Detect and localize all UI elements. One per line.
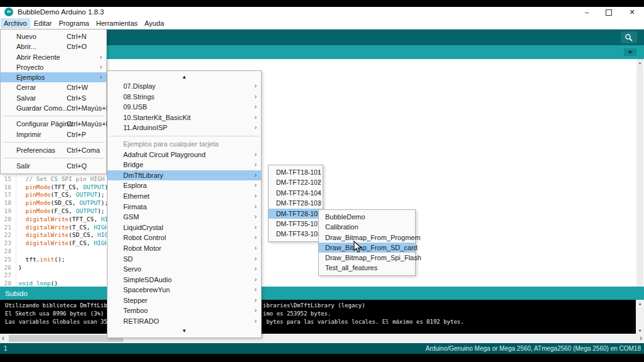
- menu-separator: [3, 142, 104, 143]
- menu-item-firmata[interactable]: Firmata›: [108, 202, 261, 212]
- scroll-right-arrow-icon[interactable]: ›: [640, 334, 642, 343]
- menubar-item-herramientas[interactable]: Herramientas: [93, 18, 141, 28]
- menu-item-gsm[interactable]: GSM›: [108, 212, 261, 222]
- code-token: );: [97, 191, 104, 198]
- menu-item-guardar-como[interactable]: Guardar Como...Ctrl+Mayús+S: [1, 103, 106, 113]
- menu-item-sd[interactable]: SD›: [108, 254, 261, 265]
- menu-item-shortcut: Ctrl+P: [67, 129, 86, 140]
- scroll-up-icon[interactable]: ▲: [108, 73, 261, 81]
- menubar-item-archivo[interactable]: Archivo: [1, 18, 30, 28]
- menu-item-label: Draw_Bitmap_From_SD_card: [325, 244, 418, 251]
- close-button[interactable]: ✕: [625, 7, 640, 18]
- code-token: [18, 231, 25, 238]
- menu-item-dm-tft22-102[interactable]: DM-TFT22-102›: [269, 177, 323, 187]
- console-line-left: Utilizando biblioteca DmTftLibra: [5, 302, 114, 309]
- menu-item-simplesdaudio[interactable]: SimpleSDAudio›: [108, 275, 261, 285]
- serial-monitor-button[interactable]: [621, 31, 637, 43]
- code-line-18: 18 pinMode(SD_CS, OUTPUT);: [0, 199, 108, 207]
- line-number: 17: [0, 191, 11, 198]
- chevron-down-icon: [628, 51, 633, 54]
- menu-item-dm-tft28-103[interactable]: DM-TFT28-103›: [269, 198, 323, 208]
- code-token: [18, 184, 25, 190]
- menu-item-cerrar[interactable]: CerrarCtrl+W: [1, 82, 106, 92]
- menu-item-salir[interactable]: SalirCtrl+Q: [1, 161, 106, 171]
- menu-item-shortcut: Ctrl+S: [67, 93, 86, 103]
- menu-item-retirado[interactable]: RETIRADO›: [108, 316, 261, 327]
- chevron-right-icon: ›: [255, 254, 257, 265]
- menu-item-draw-bitmap-from-progmem[interactable]: Draw_Bitmap_From_Progmem: [319, 233, 415, 243]
- menu-item-bubbledemo[interactable]: BubbleDemo: [319, 212, 415, 222]
- menu-item-label: Salvar: [16, 94, 36, 102]
- menu-item-dmtftlibrary[interactable]: DmTftLibrary›: [108, 170, 261, 181]
- menu-item-label: Salir: [16, 162, 30, 170]
- menu-item-10-starterkit-basickit[interactable]: 10.StarterKit_BasicKit›: [108, 112, 261, 123]
- menu-item-dm-tft35-107[interactable]: DM-TFT35-107›: [269, 219, 323, 229]
- menu-item-servo[interactable]: Servo›: [108, 264, 261, 275]
- editor-horizontal-scrollbar[interactable]: ‹ ›: [0, 334, 644, 343]
- menu-item-adafruit-circuit-playground[interactable]: Adafruit Circuit Playground›: [108, 150, 261, 160]
- scroll-left-arrow-icon[interactable]: ‹: [2, 334, 4, 343]
- menu-item-salvar[interactable]: SalvarCtrl+S: [1, 93, 106, 103]
- menu-item-dm-tft43-108[interactable]: DM-TFT43-108›: [269, 229, 323, 239]
- menu-item-ethernet[interactable]: Ethernet›: [108, 191, 261, 202]
- menu-item-dm-tft24-104[interactable]: DM-TFT24-104›: [269, 188, 323, 198]
- menu-item-draw-bitmap-from-sd-card[interactable]: Draw_Bitmap_From_SD_card: [319, 243, 415, 253]
- menu-item-09-usb[interactable]: 09.USB›: [108, 102, 261, 112]
- menu-item-abrir[interactable]: Abrir...Ctrl+O: [1, 41, 106, 52]
- menu-item-07-display[interactable]: 07.Display›: [108, 81, 261, 92]
- menu-item-configurar-p-gina[interactable]: Configurar PáginaCtrl+Mayús+P: [1, 119, 106, 129]
- console-line-right: bytes para las variables locales. El máx…: [263, 319, 464, 325]
- menu-item-liquidcrystal[interactable]: LiquidCrystal›: [108, 222, 261, 233]
- menu-item-dm-tft28-105[interactable]: DM-TFT28-105›: [269, 209, 323, 219]
- code-token: );: [97, 207, 104, 214]
- line-number: 27: [0, 272, 11, 278]
- menu-item-label: DM-TFT18-101: [276, 168, 321, 176]
- tab-menu-button[interactable]: [624, 48, 636, 56]
- code-token: [18, 191, 25, 198]
- console-scrollbar[interactable]: ▲ ▼: [636, 300, 644, 334]
- menu-item-proyecto[interactable]: Proyecto›: [1, 62, 106, 72]
- minimize-button[interactable]: –: [579, 7, 594, 18]
- menu-item-test-all-features[interactable]: Test_all_features: [319, 263, 415, 273]
- scroll-down-arrow-icon[interactable]: ▼: [636, 328, 644, 332]
- menu-item-preferencias[interactable]: PreferenciasCtrl+Coma: [1, 145, 106, 155]
- scroll-down-icon[interactable]: ▼: [108, 327, 261, 336]
- menu-item-ejemplos[interactable]: Ejemplos›: [1, 72, 106, 82]
- scroll-up-arrow-icon[interactable]: ▲: [636, 301, 644, 305]
- menu-item-label: Guardar Como...: [16, 104, 68, 112]
- editor-vertical-scrollbar[interactable]: ▲: [636, 59, 643, 287]
- scroll-up-arrow-icon[interactable]: ▲: [636, 59, 643, 65]
- menu-item-draw-bitmap-from-spi-flash[interactable]: Draw_Bitmap_From_Spi_Flash: [319, 253, 415, 263]
- menu-item-bridge[interactable]: Bridge›: [108, 160, 261, 170]
- menu-item-robot-motor[interactable]: Robot Motor›: [108, 243, 261, 254]
- menu-item-08-strings[interactable]: 08.Strings›: [108, 92, 261, 102]
- menu-item-stepper[interactable]: Stepper›: [108, 295, 261, 306]
- code-token: pinMode: [25, 184, 50, 190]
- menu-item-label: Draw_Bitmap_From_Spi_Flash: [325, 254, 421, 261]
- menubar-item-editar[interactable]: Editar: [31, 18, 55, 28]
- menu-item-robot-control[interactable]: Robot Control›: [108, 233, 261, 243]
- menubar-item-programa[interactable]: Programa: [55, 18, 92, 28]
- menu-item-label: Esplora: [123, 182, 147, 189]
- titlebar: ∞ BubbleDemo Arduino 1.8.3 – ✕: [0, 7, 644, 18]
- menu-item-temboo[interactable]: Temboo›: [108, 305, 261, 316]
- menu-item-spacebrewyun[interactable]: SpacebrewYun›: [108, 285, 261, 295]
- menu-item-abrir-reciente[interactable]: Abrir Reciente›: [1, 52, 106, 62]
- menubar-item-ayuda[interactable]: Ayuda: [142, 18, 167, 28]
- menu-item-nuevo[interactable]: NuevoCtrl+N: [1, 31, 106, 41]
- menu-item-calibration[interactable]: Calibration: [319, 222, 415, 232]
- line-number: 25: [0, 256, 11, 263]
- menu-separator: [109, 136, 259, 136]
- code-line-15: 15 // Set CS SPI pin HIGH for: [0, 175, 123, 183]
- menu-item-esplora[interactable]: Esplora›: [108, 180, 261, 191]
- maximize-button[interactable]: [601, 7, 616, 18]
- menu-item-label: DM-TFT24-104: [276, 189, 321, 197]
- code-line-21: 21 digitalWrite(T_CS, HIGH);: [0, 224, 115, 231]
- horizontal-scrollbar-thumb[interactable]: [9, 335, 123, 342]
- menu-item-label: Calibration: [325, 223, 358, 231]
- menu-item-dm-tft18-101[interactable]: DM-TFT18-101›: [269, 167, 323, 177]
- code-line-17: 17 pinMode(T_CS, OUTPUT);: [0, 191, 104, 199]
- code-token: pinMode: [25, 191, 50, 198]
- menu-item-imprimir[interactable]: ImprimirCtrl+P: [1, 129, 106, 140]
- menu-item-11-arduinoisp[interactable]: 11.ArduinoISP›: [108, 123, 261, 133]
